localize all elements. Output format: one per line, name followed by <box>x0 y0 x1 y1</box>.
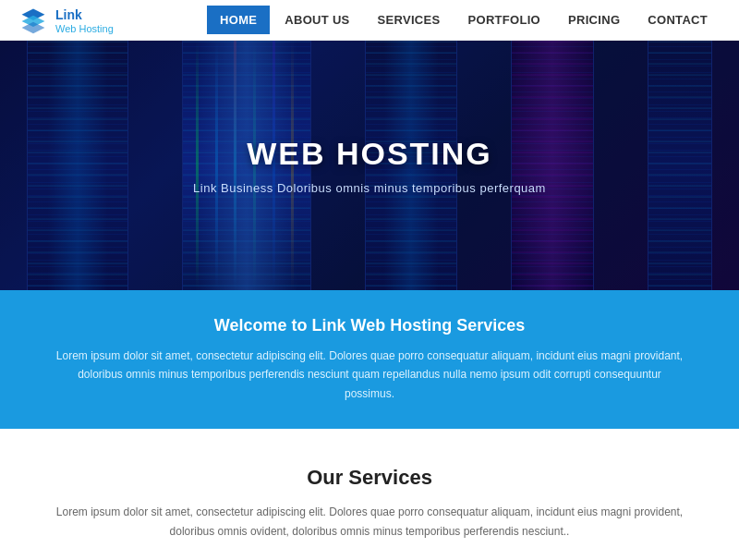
nav-item-services[interactable]: SERVICES <box>365 6 454 34</box>
nav-item-about[interactable]: ABOUT US <box>272 6 362 34</box>
welcome-banner: Welcome to Link Web Hosting Services Lor… <box>0 290 739 429</box>
nav-item-home[interactable]: HOME <box>207 6 270 34</box>
nav-item-contact[interactable]: CONTACT <box>635 6 721 34</box>
nav-item-pricing[interactable]: PRICING <box>555 6 633 34</box>
hero-content: WEB HOSTING Link Business Doloribus omni… <box>193 136 546 195</box>
site-header: Link Web Hosting HOME ABOUT US SERVICES … <box>0 0 739 41</box>
logo-icon <box>18 6 48 35</box>
hero-subtitle: Link Business Doloribus omnis minus temp… <box>193 181 546 195</box>
hero-title: WEB HOSTING <box>193 136 546 172</box>
svg-marker-2 <box>22 21 45 32</box>
services-body: Lorem ipsum dolor sit amet, consectetur … <box>55 503 684 541</box>
hero-section: WEB HOSTING Link Business Doloribus omni… <box>0 41 739 290</box>
banner-heading: Welcome to Link Web Hosting Services <box>55 316 684 335</box>
nav-item-portfolio[interactable]: PORTFOLIO <box>455 6 554 34</box>
services-section: Our Services Lorem ipsum dolor sit amet,… <box>0 429 739 560</box>
banner-body: Lorem ipsum dolor sit amet, consectetur … <box>55 347 684 403</box>
logo-text: Link Web Hosting <box>55 6 114 34</box>
services-heading: Our Services <box>55 466 684 490</box>
logo: Link Web Hosting <box>18 6 114 35</box>
main-nav: HOME ABOUT US SERVICES PORTFOLIO PRICING… <box>207 6 721 34</box>
